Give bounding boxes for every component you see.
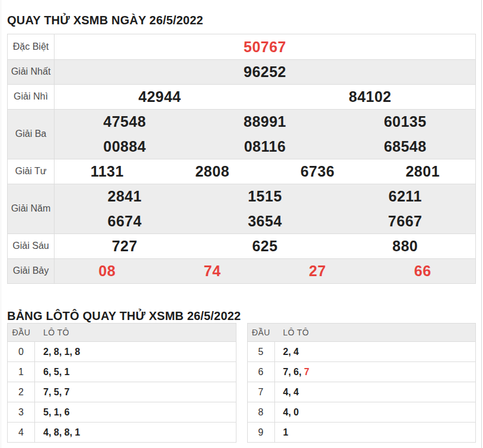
loto-table-right: ĐẦU LÔ TÔ 5 2, 4 6 7, 6, 7 7 4, 4 8 4, 0… — [247, 323, 476, 443]
prize-row-giai-ba: Giải Ba 47548 88991 60135 00884 08116 68… — [8, 109, 475, 159]
prize-number: 6736 — [265, 159, 370, 184]
prize-number: 08 — [55, 259, 160, 283]
prize-row-label: Giải Bảy — [8, 259, 55, 283]
prize-row-giai-sau: Giải Sáu 727 625 880 — [8, 233, 475, 258]
prize-row-label: Đặc Biệt — [8, 34, 55, 59]
loto-row: 0 2, 8, 1, 8 — [8, 341, 236, 361]
prize-number: 00884 — [55, 135, 195, 159]
loto-table-header: ĐẦU LÔ TÔ — [8, 324, 236, 341]
prize-number: 27 — [265, 259, 370, 283]
page-right-divider — [481, 0, 482, 448]
prize-row-giai-nhi: Giải Nhì 42944 84102 — [8, 84, 475, 109]
loto-row: 9 1 — [248, 422, 476, 442]
prize-number: 60135 — [335, 110, 475, 135]
prize-row-label: Giải Nhì — [8, 85, 55, 109]
loto-values-cell: 7, 6, 7 — [275, 362, 309, 382]
loto-values: 2, 4 — [283, 347, 299, 357]
loto-table-left: ĐẦU LÔ TÔ 0 2, 8, 1, 8 1 6, 5, 1 2 7, 5,… — [7, 323, 236, 443]
loto-values: 7, 5, 7 — [43, 387, 69, 398]
loto-values-cell: 6, 5, 1 — [35, 362, 69, 382]
prize-number: 1131 — [55, 159, 160, 184]
loto-dau-cell: 3 — [8, 402, 35, 422]
prize-row-label: Giải Sáu — [8, 234, 55, 258]
prize-row-giai-tu: Giải Tư 1131 2808 6736 2801 — [8, 159, 475, 184]
loto-header-loto: LÔ TÔ — [35, 328, 69, 337]
prize-row-label: Giải Tư — [8, 159, 55, 184]
prize-number: 2841 — [55, 184, 195, 209]
loto-values-cell: 2, 8, 1, 8 — [35, 342, 80, 361]
loto-dau-cell: 9 — [248, 423, 275, 442]
page-title: QUAY THỬ XSMB NGÀY 26/5/2022 — [7, 14, 203, 27]
prize-number: 47548 — [55, 110, 195, 135]
loto-table-header: ĐẦU LÔ TÔ — [248, 324, 476, 341]
loto-values: 4, 0 — [283, 407, 299, 418]
loto-row: 2 7, 5, 7 — [8, 382, 236, 402]
loto-values-cell: 5, 1, 6 — [35, 402, 69, 422]
prize-row-label: Giải Nhất — [8, 60, 55, 84]
prize-number: 08116 — [195, 135, 335, 159]
prize-number: 88991 — [195, 110, 335, 135]
loto-header-dau: ĐẦU — [8, 328, 35, 337]
loto-dau-cell: 4 — [8, 423, 35, 442]
prize-number: 1515 — [195, 184, 335, 209]
prize-row-label: Giải Năm — [8, 184, 55, 233]
loto-dau-cell: 5 — [248, 342, 275, 361]
prize-number: 6674 — [55, 209, 195, 234]
loto-header-loto: LÔ TÔ — [275, 328, 309, 337]
prize-number: 7667 — [335, 209, 475, 234]
prize-number: 68548 — [335, 135, 475, 159]
loto-values-cell: 7, 5, 7 — [35, 382, 69, 402]
loto-section-title: BẢNG LÔTÔ QUAY THỬ XSMB 26/5/2022 — [7, 309, 241, 323]
loto-values: 6, 5, 1 — [43, 367, 69, 377]
loto-values: 4, 8, 8, 1 — [43, 427, 80, 438]
loto-values-cell: 1 — [275, 423, 289, 442]
prize-number: 96252 — [55, 60, 475, 84]
prize-number: 3654 — [195, 209, 335, 234]
loto-row: 5 2, 4 — [248, 341, 476, 361]
loto-values: 1 — [283, 427, 289, 438]
loto-row: 6 7, 6, 7 — [248, 361, 476, 382]
loto-values: 4, 4 — [283, 387, 299, 398]
prize-number: 2808 — [160, 159, 266, 184]
prize-number: 84102 — [265, 85, 475, 109]
loto-dau-cell: 6 — [248, 362, 275, 382]
loto-row: 8 4, 0 — [248, 402, 476, 422]
prize-number: 727 — [55, 234, 195, 258]
prize-number: 50767 — [55, 34, 475, 59]
loto-values: 2, 8, 1, 8 — [43, 347, 80, 357]
prize-number: 74 — [160, 259, 266, 283]
prize-row-giai-nhat: Giải Nhất 96252 — [8, 59, 475, 84]
prize-row-giai-nam: Giải Năm 2841 1515 6211 6674 3654 7667 — [8, 184, 475, 233]
page-left-divider — [1, 0, 1, 448]
loto-values-cell: 4, 4 — [275, 382, 299, 402]
loto-row: 4 4, 8, 8, 1 — [8, 422, 236, 442]
loto-values-cell: 4, 0 — [275, 402, 299, 422]
prize-number: 2801 — [370, 159, 476, 184]
loto-header-dau: ĐẦU — [248, 328, 275, 337]
loto-dau-cell: 7 — [248, 382, 275, 402]
loto-dau-cell: 2 — [8, 382, 35, 402]
loto-values: 7, 6, — [283, 367, 305, 377]
loto-row: 3 5, 1, 6 — [8, 402, 236, 422]
loto-tables: ĐẦU LÔ TÔ 0 2, 8, 1, 8 1 6, 5, 1 2 7, 5,… — [7, 323, 476, 443]
prize-row-dac-biet: Đặc Biệt 50767 — [8, 34, 475, 59]
loto-dau-cell: 0 — [8, 342, 35, 361]
prize-number: 6211 — [335, 184, 475, 209]
prize-row-giai-bay: Giải Bảy 08 74 27 66 — [8, 258, 475, 283]
loto-row: 7 4, 4 — [248, 382, 476, 402]
loto-dau-cell: 1 — [8, 362, 35, 382]
prize-number: 880 — [335, 234, 475, 258]
prize-number: 42944 — [55, 85, 265, 109]
prize-number: 625 — [195, 234, 335, 258]
loto-values-cell: 4, 8, 8, 1 — [35, 423, 80, 442]
loto-values-highlight: 7 — [304, 367, 309, 377]
loto-dau-cell: 8 — [248, 402, 275, 422]
loto-row: 1 6, 5, 1 — [8, 361, 236, 382]
prize-results-table: Đặc Biệt 50767 Giải Nhất 96252 Giải Nhì … — [7, 34, 476, 284]
prize-number: 66 — [370, 259, 476, 283]
loto-values-cell: 2, 4 — [275, 342, 299, 361]
prize-row-label: Giải Ba — [8, 110, 55, 159]
loto-values: 5, 1, 6 — [43, 407, 69, 418]
